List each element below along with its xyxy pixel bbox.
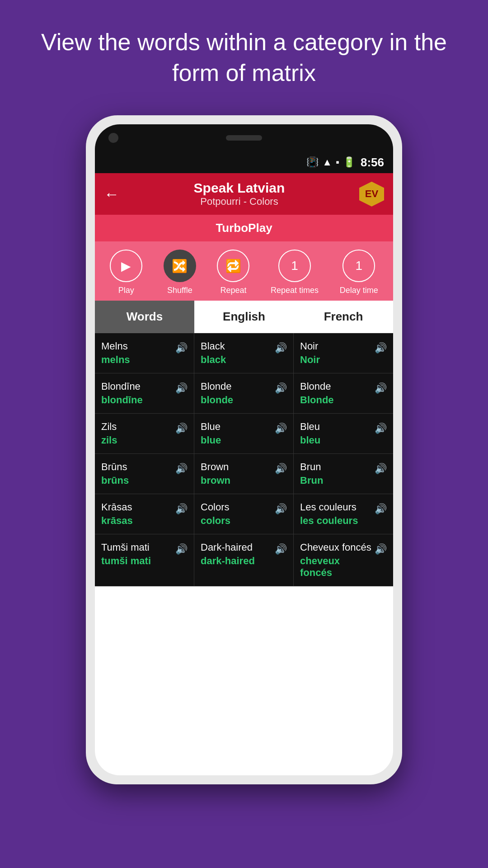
battery-icon: 🔋: [343, 156, 355, 168]
repeat-label: Repeat: [220, 286, 246, 295]
cell-english: Colors colors 🔊: [194, 494, 294, 534]
cell-french: Brun Brun 🔊: [294, 454, 393, 494]
cell-english: Brown brown 🔊: [194, 454, 294, 494]
header-text: View the words within a category in the …: [0, 27, 488, 88]
cell-english: Dark-haired dark-haired 🔊: [194, 534, 294, 586]
cell-french: Blonde Blonde 🔊: [294, 373, 393, 413]
table-body: Melns melns 🔊 Black black 🔊 Noir Noir 🔊 …: [95, 333, 393, 586]
cell-english: Black black 🔊: [194, 333, 294, 373]
turboplay-label: TurboPlay: [216, 221, 272, 235]
sound-icon[interactable]: 🔊: [375, 463, 387, 475]
table-row: Blondīne blondīne 🔊 Blonde blonde 🔊 Blon…: [95, 373, 393, 414]
delay-time-circle[interactable]: 1: [343, 250, 375, 282]
play-label: Play: [118, 286, 134, 295]
cell-french: Noir Noir 🔊: [294, 333, 393, 373]
repeat-times-circle[interactable]: 1: [278, 250, 311, 282]
time-display: 8:56: [361, 156, 384, 170]
camera-icon: [108, 133, 118, 143]
status-bar: 📳 ▲ ▪ 🔋 8:56: [95, 151, 393, 173]
sound-icon[interactable]: 🔊: [375, 543, 387, 555]
col-words: Words: [95, 301, 194, 333]
col-french: French: [294, 301, 393, 333]
sound-icon[interactable]: 🔊: [375, 503, 387, 515]
cell-latvian: Krāsas krāsas 🔊: [95, 494, 194, 534]
cell-latvian: Brūns brūns 🔊: [95, 454, 194, 494]
table-container: Words English French Melns melns 🔊 Black…: [95, 301, 393, 775]
cell-english: Blonde blonde 🔊: [194, 373, 294, 413]
phone-notch: [95, 124, 393, 151]
sound-icon[interactable]: 🔊: [275, 423, 287, 434]
sound-icon[interactable]: 🔊: [175, 382, 188, 394]
cell-french: Les couleurs les couleurs 🔊: [294, 494, 393, 534]
turboplay-bar: TurboPlay: [95, 215, 393, 241]
repeat-times-label: Repeat times: [271, 286, 319, 295]
status-icons: 📳 ▲ ▪ 🔋: [306, 156, 355, 168]
back-button[interactable]: ←: [104, 185, 119, 203]
sound-icon[interactable]: 🔊: [275, 382, 287, 394]
cell-latvian: Tumši mati tumši mati 🔊: [95, 534, 194, 586]
sound-icon[interactable]: 🔊: [175, 342, 188, 354]
sound-icon[interactable]: 🔊: [375, 342, 387, 354]
cell-french: Bleu bleu 🔊: [294, 414, 393, 453]
delay-time-value: 1: [355, 259, 362, 273]
delay-time-control[interactable]: 1 Delay time: [340, 250, 378, 295]
shuffle-control[interactable]: 🔀 Shuffle: [164, 250, 196, 295]
repeat-control[interactable]: 🔁 Repeat: [217, 250, 249, 295]
play-circle[interactable]: ▶: [110, 250, 142, 282]
cell-latvian: Melns melns 🔊: [95, 333, 194, 373]
sound-icon[interactable]: 🔊: [175, 503, 188, 515]
cell-french: Cheveux foncés cheveux foncés 🔊: [294, 534, 393, 586]
repeat-times-value: 1: [291, 259, 298, 273]
repeat-times-control[interactable]: 1 Repeat times: [271, 250, 319, 295]
col-english: English: [194, 301, 294, 333]
sound-icon[interactable]: 🔊: [175, 463, 188, 475]
speaker: [226, 135, 262, 141]
table-row: Zils zils 🔊 Blue blue 🔊 Bleu bleu 🔊: [95, 414, 393, 454]
sound-icon[interactable]: 🔊: [275, 463, 287, 475]
signal-icon: ▪: [336, 156, 339, 168]
app-bar-title: Speak Latvian Potpourri - Colors: [119, 180, 359, 208]
controls-bar: ▶ Play 🔀 Shuffle 🔁 Repeat 1 Repeat times…: [95, 241, 393, 301]
delay-time-label: Delay time: [340, 286, 378, 295]
repeat-circle[interactable]: 🔁: [217, 250, 249, 282]
cell-latvian: Zils zils 🔊: [95, 414, 194, 453]
wifi-icon: ▲: [322, 156, 332, 168]
sound-icon[interactable]: 🔊: [375, 382, 387, 394]
play-control[interactable]: ▶ Play: [110, 250, 142, 295]
sound-icon[interactable]: 🔊: [275, 503, 287, 515]
vibrate-icon: 📳: [306, 156, 319, 168]
phone-container: 📳 ▲ ▪ 🔋 8:56 ← Speak Latvian Potpourri -…: [86, 115, 402, 784]
cell-latvian: Blondīne blondīne 🔊: [95, 373, 194, 413]
sound-icon[interactable]: 🔊: [375, 423, 387, 434]
table-row: Melns melns 🔊 Black black 🔊 Noir Noir 🔊: [95, 333, 393, 373]
shuffle-label: Shuffle: [167, 286, 192, 295]
sound-icon[interactable]: 🔊: [275, 543, 287, 555]
app-bar: ← Speak Latvian Potpourri - Colors EV: [95, 173, 393, 215]
logo-badge: EV: [359, 182, 384, 207]
sound-icon[interactable]: 🔊: [275, 342, 287, 354]
table-row: Tumši mati tumši mati 🔊 Dark-haired dark…: [95, 534, 393, 586]
shuffle-circle[interactable]: 🔀: [164, 250, 196, 282]
table-row: Krāsas krāsas 🔊 Colors colors 🔊 Les coul…: [95, 494, 393, 534]
app-title-sub: Potpourri - Colors: [119, 196, 359, 208]
table-row: Brūns brūns 🔊 Brown brown 🔊 Brun Brun 🔊: [95, 454, 393, 494]
sound-icon[interactable]: 🔊: [175, 543, 188, 555]
sound-icon[interactable]: 🔊: [175, 423, 188, 434]
phone-inner: 📳 ▲ ▪ 🔋 8:56 ← Speak Latvian Potpourri -…: [95, 124, 393, 775]
app-title-main: Speak Latvian: [119, 180, 359, 196]
cell-english: Blue blue 🔊: [194, 414, 294, 453]
table-header: Words English French: [95, 301, 393, 333]
